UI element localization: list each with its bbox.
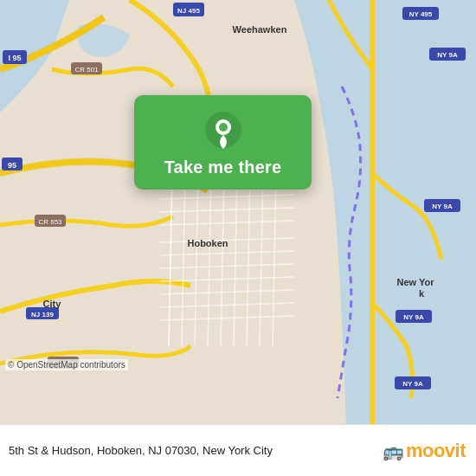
location-pin-icon bbox=[204, 111, 242, 149]
svg-text:NY 9A: NY 9A bbox=[432, 203, 453, 210]
svg-text:New Yor: New Yor bbox=[397, 277, 435, 287]
svg-text:CR 501: CR 501 bbox=[74, 66, 99, 74]
svg-text:NY 495: NY 495 bbox=[409, 10, 433, 18]
take-me-there-button[interactable]: Take me there bbox=[164, 158, 282, 177]
moovit-bus-icon: 🚌 bbox=[383, 441, 404, 461]
navigation-card[interactable]: Take me there bbox=[134, 95, 312, 190]
map-view: I 95 NJ 495 CR 501 95 CR 653 NJ 139 CR 6… bbox=[0, 0, 476, 424]
bottom-bar: 5th St & Hudson, Hoboken, NJ 07030, New … bbox=[0, 424, 476, 476]
svg-text:NY 9A: NY 9A bbox=[437, 51, 458, 59]
svg-text:95: 95 bbox=[8, 161, 16, 170]
svg-text:I 95: I 95 bbox=[8, 54, 21, 62]
osm-credit: © OpenStreetMap contributors bbox=[5, 359, 128, 370]
svg-text:NJ 495: NJ 495 bbox=[177, 7, 200, 15]
address-label: 5th St & Hudson, Hoboken, NJ 07030, New … bbox=[9, 444, 383, 457]
svg-text:Weehawken: Weehawken bbox=[233, 24, 287, 35]
svg-point-53 bbox=[219, 123, 228, 132]
moovit-logo: 🚌 moovit bbox=[383, 440, 466, 462]
svg-text:NJ 139: NJ 139 bbox=[31, 311, 54, 318]
svg-text:NY 9A: NY 9A bbox=[402, 380, 423, 388]
svg-text:NY 9A: NY 9A bbox=[403, 313, 424, 321]
svg-text:City: City bbox=[43, 299, 62, 309]
svg-text:Hoboken: Hoboken bbox=[187, 238, 228, 248]
svg-text:k: k bbox=[419, 288, 425, 299]
moovit-text: moovit bbox=[406, 440, 466, 462]
svg-text:CR 653: CR 653 bbox=[38, 218, 62, 226]
